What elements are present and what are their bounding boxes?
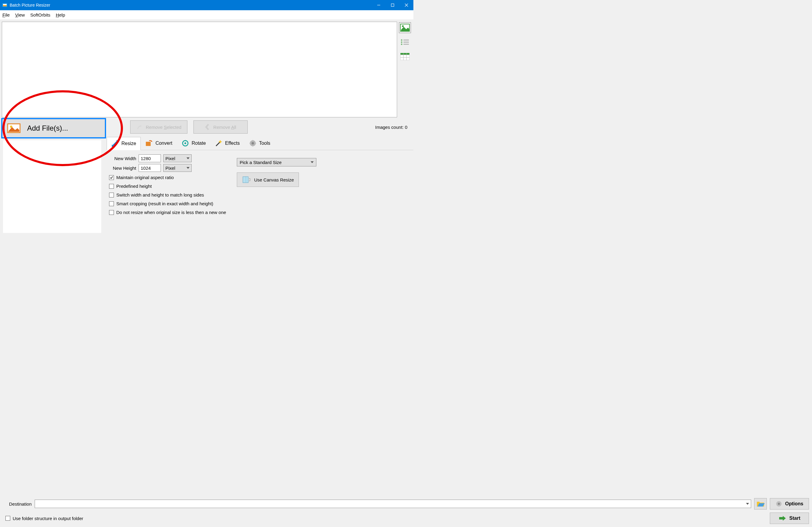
no-resize-smaller-checkbox[interactable]	[109, 210, 114, 215]
left-empty-panel	[3, 140, 101, 233]
add-files-button[interactable]: Add File(s)...	[1, 118, 106, 138]
standard-size-select[interactable]: Pick a Standard Size	[237, 158, 316, 166]
close-button[interactable]	[400, 0, 414, 10]
svg-point-13	[401, 44, 403, 45]
menu-help[interactable]: Help	[56, 12, 65, 17]
predefined-height-label: Predefined height	[116, 184, 152, 189]
svg-rect-2	[3, 5, 6, 6]
tab-convert[interactable]: Convert	[141, 137, 177, 150]
canvas-resize-button[interactable]: Use Canvas Resize	[237, 172, 299, 187]
menubar: File View SoftOrbits Help	[0, 10, 414, 20]
titlebar: Batch Picture Resizer	[0, 0, 414, 10]
maintain-aspect-label: Maintain original aspect ratio	[116, 175, 174, 180]
minimize-button[interactable]	[372, 0, 386, 10]
maximize-button[interactable]	[386, 0, 400, 10]
view-grid-button[interactable]	[399, 51, 411, 62]
rotate-icon	[182, 139, 189, 147]
svg-point-25	[184, 142, 186, 144]
image-list-area[interactable]	[2, 22, 397, 117]
app-title: Batch Picture Resizer	[10, 3, 50, 7]
switch-wh-label: Switch width and height to match long si…	[116, 192, 204, 197]
effects-icon	[215, 139, 223, 147]
svg-rect-12	[403, 42, 409, 43]
svg-point-8	[402, 25, 404, 27]
picture-icon	[7, 123, 20, 133]
svg-rect-15	[401, 53, 409, 55]
svg-point-27	[251, 142, 254, 145]
menu-softorbits[interactable]: SoftOrbits	[30, 12, 50, 17]
remove-selected-button[interactable]: Remove Selected	[130, 120, 187, 134]
height-unit-select[interactable]: Pixel	[163, 164, 192, 172]
width-unit-select[interactable]: Pixel	[163, 154, 192, 162]
smart-crop-checkbox[interactable]	[109, 201, 114, 206]
convert-icon	[145, 139, 153, 147]
svg-rect-14	[403, 44, 409, 45]
add-files-label: Add File(s)...	[27, 124, 68, 132]
svg-rect-23	[146, 142, 151, 146]
no-resize-smaller-label: Do not resize when original size is less…	[116, 210, 226, 215]
switch-wh-checkbox[interactable]	[109, 193, 114, 197]
menu-file[interactable]: File	[2, 12, 10, 17]
svg-rect-10	[403, 40, 409, 41]
predefined-height-checkbox[interactable]	[109, 184, 114, 189]
tab-rotate[interactable]: Rotate	[177, 137, 210, 150]
tools-icon	[249, 139, 257, 147]
images-count-label: Images count: 0	[375, 125, 410, 130]
window-controls	[372, 0, 414, 10]
view-thumbnails-button[interactable]	[399, 22, 411, 33]
tab-resize[interactable]: Resize	[107, 137, 141, 150]
svg-rect-28	[243, 177, 248, 183]
tab-effects[interactable]: Effects	[210, 137, 244, 150]
tab-tools[interactable]: Tools	[244, 137, 275, 150]
maintain-aspect-checkbox[interactable]	[109, 175, 114, 180]
new-width-input[interactable]	[139, 154, 161, 162]
menu-view[interactable]: View	[15, 12, 25, 17]
remove-all-button[interactable]: Remove All	[193, 120, 248, 134]
view-list-button[interactable]	[399, 37, 411, 48]
app-icon	[2, 3, 7, 7]
new-height-input[interactable]	[139, 164, 161, 172]
svg-point-9	[401, 40, 403, 41]
new-width-label: New Width	[109, 156, 136, 161]
resize-icon	[111, 140, 119, 148]
smart-crop-label: Smart cropping (result in exact width an…	[116, 201, 213, 206]
svg-rect-4	[391, 4, 394, 6]
svg-point-11	[401, 42, 403, 43]
new-height-label: New Height	[109, 166, 136, 171]
tabstrip: Resize Convert Rotate Effects Tools	[107, 137, 414, 150]
